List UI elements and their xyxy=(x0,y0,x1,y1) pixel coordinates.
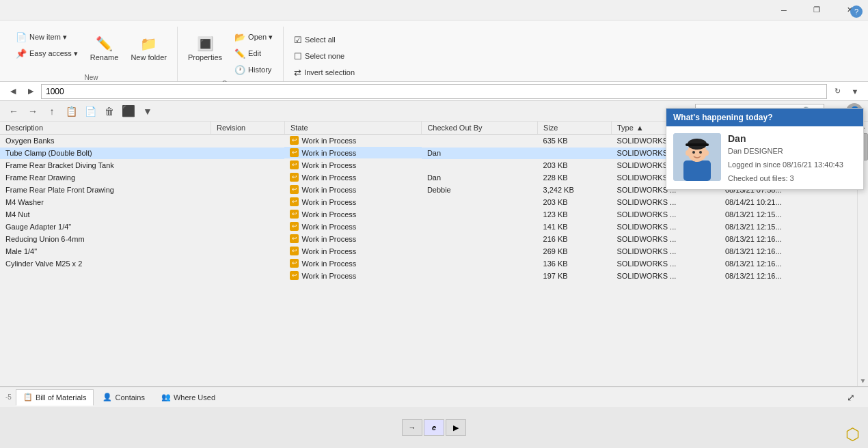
col-revision[interactable]: Revision xyxy=(211,122,284,135)
cell-description: M4 Washer xyxy=(0,196,211,208)
user-avatar xyxy=(673,133,721,181)
easy-access-button[interactable]: 📌 Easy access ▾ xyxy=(11,46,83,61)
table-row[interactable]: M4 Nut ↩Work in Process 123 KB SOLIDWORK… xyxy=(0,208,857,221)
new-folder-button[interactable]: 📁 New folder xyxy=(126,29,172,68)
cell-revision xyxy=(211,245,284,257)
green-btn[interactable]: ⬛ xyxy=(120,103,137,120)
invert-selection-button[interactable]: ⇄ Invert selection xyxy=(289,65,360,80)
edit-button[interactable]: ✏️ Edit xyxy=(230,46,277,61)
cell-size: 269 KB xyxy=(538,245,612,257)
cell-checked-out-by xyxy=(422,135,538,148)
refresh-button[interactable]: ↻ xyxy=(830,84,845,99)
transport-e-btn[interactable]: e xyxy=(424,419,444,436)
properties-icon: 🔳 xyxy=(197,36,214,52)
cell-state: ↩Work in Process xyxy=(284,159,421,171)
history-button[interactable]: 🕐 History xyxy=(230,62,277,77)
cell-size: 197 KB xyxy=(538,270,612,282)
rename-icon: ✏️ xyxy=(96,36,113,52)
transport-controls: → e ▶ xyxy=(402,419,466,436)
new-item-button[interactable]: 📄 New item ▾ xyxy=(11,29,83,44)
popup-body: Dan Dan DESIGNER Logged in since 08/16/2… xyxy=(666,126,863,189)
cell-size: 635 KB xyxy=(538,135,612,148)
cell-checked-out-by xyxy=(422,257,538,270)
cell-date: 08/13/21 12:16... xyxy=(720,257,857,270)
rename-button[interactable]: ✏️ Rename xyxy=(85,29,124,68)
col-description[interactable]: Description xyxy=(0,122,211,135)
back-btn[interactable]: ← xyxy=(5,103,22,120)
col-size[interactable]: Size xyxy=(538,122,612,135)
delete-btn[interactable]: 🗑 xyxy=(101,103,118,120)
nav-back-button[interactable]: ◀ xyxy=(5,84,21,99)
ribbon-open-buttons: 🔳 Properties 📂 Open ▾ ✏️ Edit 🕐 History xyxy=(183,29,277,77)
cell-checked-out-by xyxy=(422,159,538,171)
where-used-icon: 👥 xyxy=(161,393,171,402)
cell-description: Frame Rear Plate Front Drawing xyxy=(0,184,211,196)
ribbon: 📄 New item ▾ 📌 Easy access ▾ ✏️ Rename 📁… xyxy=(0,20,868,82)
cell-size xyxy=(538,147,612,159)
tab-bill-of-materials[interactable]: 📋 Bill of Materials xyxy=(16,389,94,406)
col-state[interactable]: State xyxy=(284,122,421,135)
cell-description: Tube Clamp (Double Bolt) xyxy=(0,147,211,159)
ribbon-new-buttons: 📄 New item ▾ 📌 Easy access ▾ ✏️ Rename 📁… xyxy=(11,29,172,68)
svg-rect-6 xyxy=(686,143,709,146)
cell-size: 203 KB xyxy=(538,159,612,171)
svg-point-8 xyxy=(705,150,709,156)
cell-revision xyxy=(211,147,284,159)
cell-revision xyxy=(211,196,284,208)
cell-checked-out-by xyxy=(422,221,538,233)
model-area: → e ▶ ⬡ xyxy=(0,407,868,448)
cell-revision xyxy=(211,184,284,196)
help-button[interactable]: ? xyxy=(850,5,863,18)
select-all-button[interactable]: ☑ Select all xyxy=(289,32,360,47)
page-count: -5 xyxy=(5,393,12,401)
cell-type: SOLIDWORKS ... xyxy=(611,196,720,208)
transport-arrow-btn[interactable]: → xyxy=(402,419,422,436)
table-row[interactable]: Reducing Union 6-4mm ↩Work in Process 21… xyxy=(0,233,857,245)
table-row[interactable]: ↩Work in Process 197 KB SOLIDWORKS ... 0… xyxy=(0,270,857,282)
forward-btn[interactable]: → xyxy=(25,103,41,120)
open-button[interactable]: 📂 Open ▾ xyxy=(230,29,277,44)
select-none-button[interactable]: ☐ Select none xyxy=(289,48,360,64)
paste-btn[interactable]: 📄 xyxy=(82,103,98,120)
table-row[interactable]: Cylinder Valve M25 x 2 ↩Work in Process … xyxy=(0,257,857,270)
cell-type: SOLIDWORKS ... xyxy=(611,257,720,270)
cell-state: ↩Work in Process xyxy=(284,208,421,221)
new-folder-icon: 📁 xyxy=(140,36,157,52)
cell-date: 08/13/21 12:16... xyxy=(720,270,857,282)
svg-point-5 xyxy=(699,151,702,154)
up-btn[interactable]: ↑ xyxy=(44,103,60,120)
cell-revision xyxy=(211,270,284,282)
dropdown-button[interactable]: ▼ xyxy=(847,84,863,99)
expand-button[interactable]: ⤢ xyxy=(839,389,863,406)
popup-checked-out: Checked out files: 3 xyxy=(728,174,843,182)
cell-checked-out-by xyxy=(422,245,538,257)
transport-play-btn[interactable]: ▶ xyxy=(446,419,466,436)
titlebar: ? ─ ❐ ✕ xyxy=(0,0,868,20)
address-input[interactable] xyxy=(41,84,827,99)
contains-icon: 👤 xyxy=(103,393,112,402)
cell-type: SOLIDWORKS ... xyxy=(611,245,720,257)
col-checked-out[interactable]: Checked Out By xyxy=(422,122,538,135)
table-row[interactable]: M4 Washer ↩Work in Process 203 KB SOLIDW… xyxy=(0,196,857,208)
tab-contains[interactable]: 👤 Contains xyxy=(95,389,152,406)
copy-btn[interactable]: 📋 xyxy=(63,103,79,120)
table-row[interactable]: Male 1/4" ↩Work in Process 269 KB SOLIDW… xyxy=(0,245,857,257)
table-row[interactable]: Gauge Adapter 1/4" ↩Work in Process 141 … xyxy=(0,221,857,233)
cell-date: 08/13/21 12:15... xyxy=(720,221,857,233)
cell-checked-out-by xyxy=(422,270,538,282)
cell-revision xyxy=(211,171,284,184)
popup-user-name: Dan xyxy=(728,133,843,144)
cube-icon: ⬡ xyxy=(845,425,860,444)
ribbon-group-select: ☑ Select all ☐ Select none ⇄ Invert sele… xyxy=(284,27,365,81)
cell-revision xyxy=(211,257,284,270)
nav-forward-button[interactable]: ▶ xyxy=(23,84,38,99)
filter-btn[interactable]: ▼ xyxy=(139,103,156,120)
tab-where-used[interactable]: 👥 Where Used xyxy=(154,389,223,406)
bottom-section: -5 📋 Bill of Materials 👤 Contains 👥 Wher… xyxy=(0,386,868,448)
minimize-button[interactable]: ─ xyxy=(768,0,800,20)
properties-button[interactable]: 🔳 Properties xyxy=(183,29,227,68)
bottom-tabs: -5 📋 Bill of Materials 👤 Contains 👥 Wher… xyxy=(0,387,868,407)
cell-checked-out-by: Dan xyxy=(422,171,538,184)
restore-button[interactable]: ❐ xyxy=(801,0,832,20)
cell-checked-out-by xyxy=(422,233,538,245)
